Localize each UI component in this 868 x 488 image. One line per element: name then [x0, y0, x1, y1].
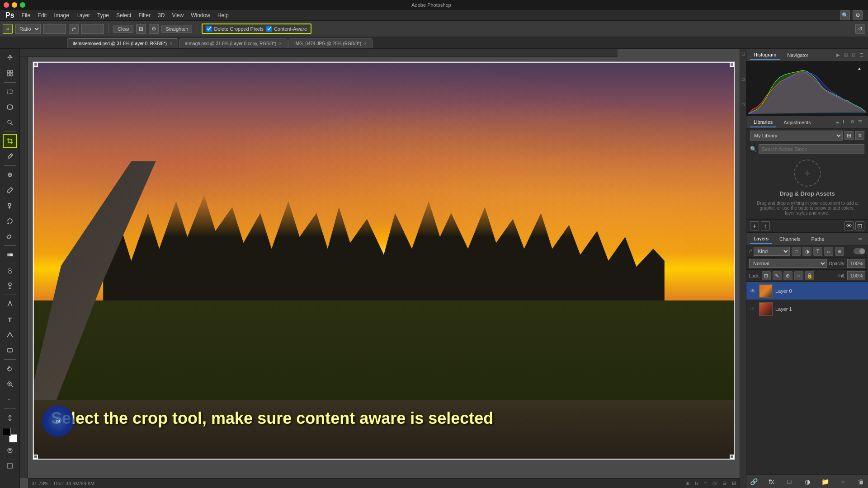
- lock-lock-btn[interactable]: 🔒: [805, 271, 814, 280]
- tab-1-close[interactable]: ×: [279, 41, 282, 46]
- status-icon-2[interactable]: □: [704, 481, 707, 486]
- tab-0-close[interactable]: ×: [170, 41, 172, 46]
- status-icon-4[interactable]: ⊟: [722, 480, 726, 486]
- width-input[interactable]: [43, 24, 66, 34]
- filter-shape-btn[interactable]: ▱: [824, 247, 833, 256]
- grid-icon[interactable]: ⊞: [136, 24, 146, 34]
- panel-toggle-libraries[interactable]: ⊡: [741, 78, 745, 81]
- tool-dodge[interactable]: [3, 278, 17, 293]
- tool-quick-select[interactable]: [3, 115, 17, 130]
- layer-adj-btn[interactable]: ◑: [803, 477, 812, 486]
- tool-brush[interactable]: [3, 183, 17, 197]
- minimize-button[interactable]: [12, 2, 17, 8]
- tab-2[interactable]: IMG_0474.JPG @ 25% (RGB/8*) ×: [288, 38, 373, 48]
- tool-eraser[interactable]: [3, 229, 17, 244]
- library-list-view[interactable]: ≡: [855, 131, 864, 140]
- tool-type[interactable]: T: [3, 312, 17, 327]
- tool-screen-mode[interactable]: [3, 459, 17, 473]
- straighten-button[interactable]: Straighten: [161, 25, 192, 33]
- menu-file[interactable]: File: [18, 11, 34, 19]
- tab-adjustments[interactable]: Adjustments: [780, 118, 815, 127]
- lock-position-btn[interactable]: ✎: [773, 271, 782, 280]
- tool-more[interactable]: ···: [3, 392, 17, 407]
- fill-input[interactable]: [847, 271, 865, 280]
- tab-2-close[interactable]: ×: [364, 41, 367, 46]
- fg-color-swatch[interactable]: [3, 428, 11, 436]
- content-aware-checkbox[interactable]: [266, 26, 272, 32]
- status-icon-3[interactable]: ◎: [712, 480, 717, 486]
- tool-hand[interactable]: [3, 361, 17, 376]
- filter-pixel-btn[interactable]: □: [792, 247, 801, 256]
- tool-gradient[interactable]: [3, 248, 17, 262]
- maximize-button[interactable]: [20, 2, 25, 8]
- panel-toggle-histogram[interactable]: ⊡: [741, 52, 745, 56]
- layer-1-visibility[interactable]: 👁: [749, 305, 756, 313]
- canvas-workspace[interactable]: Select the crop tool, make sure content …: [28, 57, 740, 478]
- tab-1[interactable]: armagh.psd @ 31.8% (Layer 0 copy, RGB/8*…: [179, 38, 288, 48]
- lib-close-btn[interactable]: ☰: [858, 119, 864, 126]
- layers-menu-btn[interactable]: ☰: [858, 236, 864, 242]
- menu-view[interactable]: View: [168, 11, 187, 19]
- tool-clone[interactable]: [3, 198, 17, 213]
- filter-type-btn[interactable]: T: [813, 247, 822, 256]
- filter-toggle[interactable]: [854, 248, 865, 254]
- menu-filter[interactable]: Filter: [135, 11, 154, 19]
- status-fx[interactable]: fx: [695, 481, 699, 486]
- layer-folder-btn[interactable]: 📁: [821, 477, 830, 486]
- tool-eyedropper[interactable]: [3, 149, 17, 164]
- swap-icon[interactable]: ⇄: [69, 24, 79, 34]
- delete-cropped-checkbox[interactable]: [206, 26, 212, 32]
- tab-channels[interactable]: Channels: [776, 235, 804, 244]
- layer-fx-btn[interactable]: fx: [767, 477, 776, 486]
- panel-toggle-layers[interactable]: ⊡: [741, 103, 745, 107]
- settings-icon-btn[interactable]: ⚙: [853, 10, 863, 20]
- hist-close-btn[interactable]: ☰: [858, 52, 864, 58]
- tool-arrange[interactable]: [3, 411, 17, 425]
- tool-zoom[interactable]: [3, 377, 17, 391]
- reset-rotation-icon[interactable]: ↺: [855, 24, 865, 34]
- layer-0-visibility[interactable]: 👁: [749, 287, 756, 295]
- lock-artboard-btn[interactable]: ⊕: [783, 271, 793, 280]
- menu-select[interactable]: Select: [113, 11, 135, 19]
- tool-spot-heal[interactable]: [3, 168, 17, 182]
- hist-play-btn[interactable]: ▶: [835, 52, 841, 58]
- opacity-input[interactable]: [847, 259, 865, 268]
- filter-smart-btn[interactable]: ⊕: [835, 247, 844, 256]
- lib-eye-btn[interactable]: 👁: [844, 221, 854, 230]
- tool-history-brush[interactable]: [3, 214, 17, 228]
- height-input[interactable]: [81, 24, 104, 34]
- tool-pen[interactable]: [3, 297, 17, 311]
- lock-pixels-btn[interactable]: ⊞: [762, 271, 771, 280]
- status-icon-5[interactable]: ⊞: [732, 480, 736, 486]
- menu-window[interactable]: Window: [187, 11, 214, 19]
- content-aware-label[interactable]: Content-Aware: [266, 26, 307, 32]
- layer-link-btn[interactable]: 🔗: [749, 477, 758, 486]
- tool-move[interactable]: [3, 51, 17, 65]
- lib-upload-btn[interactable]: ↑: [761, 221, 770, 230]
- layer-item-0[interactable]: 👁 Layer 0: [746, 282, 868, 300]
- tool-marquee[interactable]: [3, 84, 17, 99]
- tab-histogram[interactable]: Histogram: [750, 50, 780, 60]
- layer-delete-btn[interactable]: 🗑: [856, 477, 865, 486]
- settings-crop-icon[interactable]: ⚙: [149, 24, 159, 34]
- tool-quickmask[interactable]: [3, 443, 17, 458]
- tab-navigator[interactable]: Navigator: [783, 51, 812, 60]
- lib-cloud-btn[interactable]: ☁: [835, 119, 841, 126]
- menu-ps[interactable]: Ps: [2, 10, 18, 20]
- layer-add-btn[interactable]: +: [839, 477, 848, 486]
- library-selector[interactable]: My Library: [750, 131, 843, 141]
- filter-type-select[interactable]: Kind: [754, 247, 790, 256]
- tool-shape[interactable]: [3, 343, 17, 357]
- hist-settings-btn[interactable]: ⊟: [850, 52, 857, 58]
- filter-adjust-btn[interactable]: ◑: [802, 247, 811, 256]
- lib-info-btn[interactable]: ℹ: [843, 119, 849, 126]
- lib-settings-btn[interactable]: ⚙: [850, 119, 857, 126]
- tab-paths[interactable]: Paths: [808, 235, 828, 244]
- tool-lasso[interactable]: [3, 100, 17, 114]
- menu-edit[interactable]: Edit: [34, 11, 51, 19]
- tool-blur[interactable]: [3, 263, 17, 277]
- stock-search-input[interactable]: [759, 144, 864, 154]
- delete-cropped-label[interactable]: Delete Cropped Pixels: [206, 26, 263, 32]
- ratio-select[interactable]: Ratio 1:1 4:3 16:9: [15, 24, 41, 34]
- clear-button[interactable]: Clear: [113, 25, 133, 33]
